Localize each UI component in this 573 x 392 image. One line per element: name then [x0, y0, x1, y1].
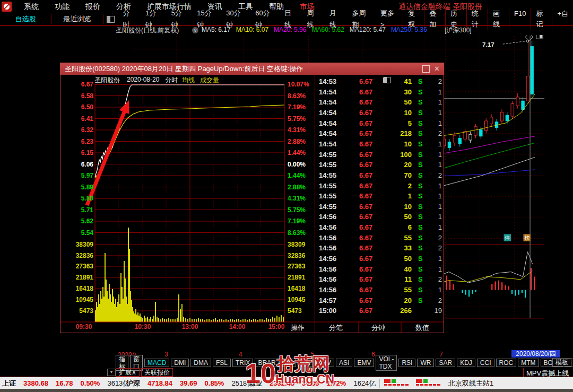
trade-time: 14:54 [319, 129, 336, 137]
percent-axis-label: 2.88% [288, 184, 314, 191]
trade-volume: 33 [404, 244, 412, 252]
index-quote-创业[interactable]: 创业2332.4539.551.72%1624亿 [248, 377, 376, 389]
trade-row[interactable]: 14:566.6733S2 [316, 244, 445, 254]
selected-date-label: 2020/08/20/四 [511, 350, 560, 358]
index-change: 16.78 [56, 377, 73, 389]
trade-row[interactable]: 14:566.6750S1 [316, 255, 445, 265]
trade-row[interactable]: 14:546.675S1 [316, 119, 445, 129]
index-quote-上证[interactable]: 上证3380.6816.780.50%3613亿 [2, 377, 129, 389]
close-icon[interactable]: ✕ [434, 65, 440, 73]
trade-row[interactable]: 14:566.6750S1 [316, 213, 445, 223]
indicator-tab-FSL[interactable]: FSL [213, 359, 231, 367]
extension-bar: ▼ 扩展∧ 关联报价 MPV震撼上线 [0, 368, 573, 377]
trade-row[interactable]: 14:556.6710S1 [316, 203, 445, 213]
trade-row[interactable]: 14:536.6741S2 [316, 77, 445, 88]
trade-count: 1 [438, 151, 442, 159]
price-axis-label: 6.58 [66, 92, 93, 100]
trade-side-flag: S [418, 109, 423, 117]
trade-row[interactable]: 14:576.6720S2 [316, 297, 445, 307]
trade-count: 2 [438, 77, 442, 85]
server-name[interactable]: 北京双线主站1 [448, 377, 493, 389]
indicator-tab-SAR[interactable]: SAR [436, 359, 455, 367]
trade-row[interactable]: 14:546.6710S1 [316, 109, 445, 119]
indicator-tab-RSI[interactable]: RSI [398, 359, 415, 367]
trade-row[interactable]: 14:566.6711S2 [316, 275, 445, 285]
template-button[interactable]: 模板 [552, 358, 571, 367]
popup-tab-分钟[interactable]: 分钟 [371, 323, 385, 333]
indicator-tab-CCI[interactable]: CCI [477, 359, 494, 367]
trade-row[interactable]: 14:566.6755S1 [316, 286, 445, 296]
popup-mode-label[interactable]: 分时 [165, 76, 178, 85]
indicator-tab-WR[interactable]: WR [417, 359, 434, 367]
trade-row[interactable]: 15:006.6726619 [316, 307, 445, 317]
trade-row[interactable]: 14:556.671S1 [316, 192, 445, 202]
menu-item-功能[interactable]: 功能 [47, 0, 77, 13]
trade-row[interactable]: 14:566.676S1 [316, 223, 445, 233]
volume-legend[interactable]: 成交量 [200, 76, 219, 85]
trade-count: 1 [438, 203, 442, 211]
trade-price: 6.67 [359, 109, 372, 117]
trade-row[interactable]: 14:566.6740S1 [316, 265, 445, 275]
indicator-tab-EMV[interactable]: EMV [354, 359, 374, 367]
trade-time: 14:55 [319, 151, 336, 159]
indicator-tab-CR[interactable]: CR [281, 359, 296, 367]
trade-row[interactable]: 14:566.6755S2 [316, 234, 445, 244]
indicator-tab-BRAR[interactable]: BRAR [255, 359, 279, 367]
price-axis-label: 6.15 [66, 149, 93, 156]
indicator-tab-VR[interactable]: VR [298, 359, 313, 367]
trade-price: 6.67 [359, 119, 372, 127]
index-pct: 0.85% [205, 377, 224, 389]
popup-tab-数值[interactable]: 数值 [415, 323, 429, 333]
popup-tab-操作[interactable]: 操作 [291, 323, 305, 333]
indicator-tab-TRIX[interactable]: TRIX [232, 359, 253, 367]
chart-title: 圣阳股份(日线,前复权) [116, 26, 179, 35]
trade-price: 6.67 [359, 88, 372, 96]
volume-axis-label: 38309 [288, 241, 314, 248]
trade-count: 1 [438, 119, 442, 127]
time-axis-label: 09:30 [76, 323, 92, 330]
tab-recent[interactable]: 最近浏览 [51, 13, 103, 25]
layout-panel-icon[interactable] [107, 16, 115, 23]
linked-quote-button[interactable]: 关联报价 [141, 368, 173, 377]
trade-price: 6.67 [359, 161, 372, 169]
indicator-tab-OBV[interactable]: OBV [315, 359, 334, 367]
indicator-tab-ASI[interactable]: ASI [336, 359, 352, 367]
maximize-icon[interactable] [422, 65, 430, 73]
trade-row[interactable]: 14:546.6710S1 [316, 140, 445, 150]
menu-item-系统[interactable]: 系统 [16, 0, 47, 13]
menu-item-报价[interactable]: 报价 [77, 0, 108, 13]
indicator-tab-MACD[interactable]: MACD [144, 359, 169, 367]
indicator-tab-DMI[interactable]: DMI [171, 359, 189, 367]
indicator-tab-MTM[interactable]: MTM [518, 359, 539, 367]
trade-row[interactable]: 14:546.6750S1 [316, 98, 445, 108]
indicator-tab-ROC[interactable]: ROC [496, 359, 517, 367]
indicator-tab-DMA[interactable]: DMA [190, 359, 211, 367]
trade-price: 6.67 [359, 234, 372, 242]
collapse-dropdown-icon[interactable]: ▼ [107, 369, 116, 376]
trade-side-flag: S [418, 88, 423, 96]
trade-price: 6.67 [359, 203, 372, 211]
trade-row[interactable]: 14:556.6770S2 [316, 171, 445, 181]
trade-count: 1 [438, 161, 442, 169]
expand-button[interactable]: 扩展∧ [116, 368, 140, 377]
indicator-tab-KDJ[interactable]: KDJ [457, 359, 475, 367]
trade-row[interactable]: 14:556.6720S1 [316, 161, 445, 171]
trade-row[interactable]: 14:556.67100S1 [316, 151, 445, 161]
index-quote-沪深[interactable]: 沪深4718.8439.690.85%2518亿 [126, 377, 254, 389]
avg-line-legend[interactable]: 均线 [182, 76, 195, 85]
trade-row[interactable]: 14:546.67218S2 [316, 129, 445, 140]
tab-watchlist[interactable]: 自选股 [0, 13, 51, 25]
popup-tab-分笔[interactable]: 分笔 [329, 323, 343, 333]
popup-title-bar[interactable]: 圣阳股份(002580) 2020年08月20日 星期四 PageUp/Down… [60, 63, 444, 75]
trade-time: 14:55 [319, 192, 336, 200]
trade-count: 1 [438, 286, 442, 294]
price-axis-label: 6.50 [66, 103, 93, 111]
trade-row[interactable]: 14:556.672S1 [316, 182, 445, 192]
trade-side-flag: S [418, 192, 423, 200]
trade-time: 14:56 [319, 275, 336, 283]
axis-month-tick: 5 [311, 351, 315, 358]
tdx-terminal-window: 系统功能报价分析扩展市场行情资讯工具帮助 市场 通达信金融终端 圣阳股份 自选股… [0, 0, 573, 392]
trade-row[interactable]: 14:546.6730S1 [316, 88, 445, 98]
trade-price: 6.67 [359, 77, 372, 85]
chevron-down-icon[interactable]: ∨ [192, 27, 198, 33]
